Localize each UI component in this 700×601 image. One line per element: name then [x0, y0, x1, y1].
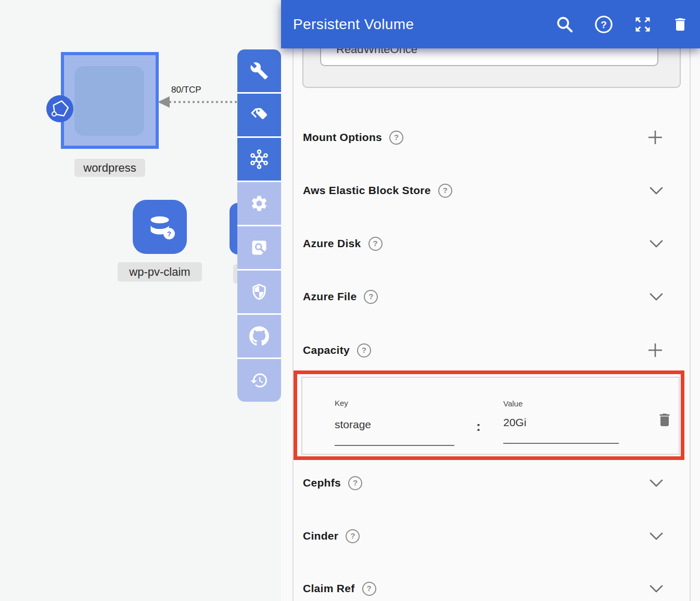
section-help-icon[interactable]: ? — [364, 290, 378, 304]
section-help-icon[interactable]: ? — [348, 476, 362, 490]
help-icon[interactable]: ? — [594, 15, 614, 34]
collapse-button[interactable] — [650, 585, 663, 593]
wordpress-node[interactable] — [61, 52, 159, 149]
shield-button[interactable] — [237, 271, 281, 313]
panel-section-row: Mount Options ? — [303, 128, 663, 147]
panel-title: Persistent Volume — [293, 16, 414, 33]
history-button[interactable] — [237, 359, 281, 402]
section-title: Cephfs — [303, 477, 341, 489]
section-title: Aws Elastic Block Store — [303, 184, 431, 197]
panel-section-row: Aws Elastic Block Store ? — [303, 181, 663, 200]
collapse-button[interactable] — [650, 293, 663, 301]
pvclaim-node[interactable]: ? — [133, 200, 187, 254]
diagram-toolbar — [237, 49, 281, 402]
pod-pentagon-icon — [46, 95, 73, 122]
github-button[interactable] — [237, 315, 281, 357]
section-help-icon[interactable]: ? — [346, 529, 360, 543]
collapse-button[interactable] — [650, 240, 663, 248]
panel-header: Persistent Volume ? — [281, 0, 700, 48]
shield-icon — [250, 283, 269, 301]
add-icon — [647, 342, 663, 358]
collapse-button[interactable] — [650, 479, 663, 487]
svg-text:?: ? — [601, 19, 607, 30]
tag-icon — [249, 105, 269, 125]
wrench-button[interactable] — [237, 49, 281, 92]
panel-section-row: Cephfs ? — [303, 474, 663, 492]
value-field[interactable]: 20Gi — [503, 416, 526, 429]
app-screen: wordpress 80/TCP ? wp-pv-claim — [0, 0, 700, 601]
delete-icon[interactable] — [672, 16, 689, 33]
section-title: Azure File — [303, 290, 357, 303]
chevron-down-icon — [650, 532, 663, 540]
panel-section-row: Capacity ? — [303, 341, 663, 360]
history-icon — [250, 371, 269, 390]
key-field-underline — [335, 445, 454, 446]
tag-button[interactable] — [237, 94, 281, 136]
gear-button[interactable] — [237, 182, 281, 225]
wordpress-node-inner — [74, 66, 144, 136]
panel-section-row: Cinder ? — [303, 527, 663, 545]
key-label: Key — [335, 399, 348, 407]
trash-icon — [656, 411, 673, 429]
inspect-document-icon — [250, 238, 269, 257]
section-title: Azure Disk — [303, 237, 361, 250]
key-value-separator: : — [476, 418, 481, 434]
hub-icon — [249, 149, 270, 170]
wrench-icon — [250, 61, 269, 80]
collapse-button[interactable] — [650, 532, 663, 540]
panel-section-row: Claim Ref ? — [303, 579, 663, 598]
section-title: Capacity — [303, 344, 350, 356]
chevron-down-icon — [650, 585, 663, 593]
section-help-icon[interactable]: ? — [438, 184, 452, 198]
section-help-icon[interactable]: ? — [362, 582, 376, 596]
add-icon — [647, 130, 663, 145]
section-help-icon[interactable]: ? — [368, 237, 383, 251]
panel-section-row: Azure Disk ? — [303, 234, 663, 253]
panel-section-row: Azure File ? — [303, 287, 663, 306]
chevron-down-icon — [650, 187, 663, 195]
edge-arrowhead-icon — [158, 96, 170, 108]
search-icon[interactable] — [555, 15, 574, 34]
inspect-document-button[interactable] — [237, 226, 281, 269]
expand-icon[interactable] — [633, 15, 652, 34]
section-title: Mount Options — [303, 131, 382, 144]
collapse-button[interactable] — [650, 187, 663, 195]
gear-icon — [250, 194, 269, 213]
section-help-icon[interactable]: ? — [357, 343, 371, 357]
value-label: Value — [503, 399, 523, 408]
github-icon — [249, 326, 269, 346]
chevron-down-icon — [650, 240, 663, 248]
chevron-down-icon — [650, 479, 663, 487]
section-title: Cinder — [303, 530, 338, 542]
service-edge-dotted-line — [169, 101, 238, 103]
value-field-underline — [503, 443, 619, 444]
chevron-down-icon — [650, 293, 663, 301]
capacity-entry-card: Key storage : Value 20Gi — [301, 377, 680, 455]
delete-entry-button[interactable] — [656, 411, 673, 431]
edge-port-label: 80/TCP — [171, 85, 201, 95]
hub-button[interactable] — [237, 138, 281, 181]
pvclaim-label: wp-pv-claim — [118, 262, 202, 282]
wordpress-label: wordpress — [74, 159, 145, 177]
section-title: Claim Ref — [303, 582, 355, 595]
question-badge-icon: ? — [163, 228, 175, 239]
panel-left-border — [292, 0, 294, 601]
section-help-icon[interactable]: ? — [389, 131, 403, 145]
add-button[interactable] — [647, 130, 663, 145]
panel-right-border — [690, 0, 691, 601]
key-field[interactable]: storage — [335, 418, 371, 431]
add-button[interactable] — [647, 342, 663, 358]
persistent-volume-panel: ReadWriteOnce Mount Options ? Aws Elasti… — [281, 0, 700, 601]
